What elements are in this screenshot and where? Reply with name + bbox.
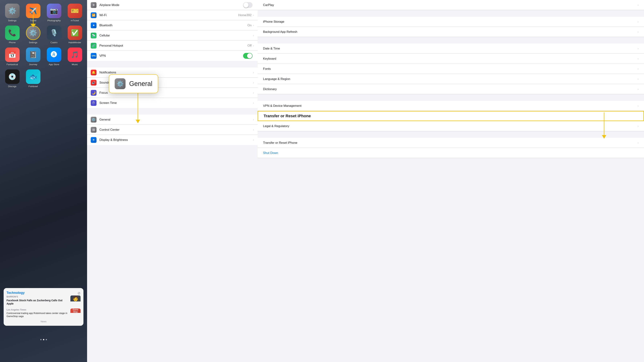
row-screentime-label: Screen Time [100, 101, 253, 105]
news-widget[interactable]: ⊘ Technology BARRON'S Facebook Stock Fal… [4, 288, 84, 326]
row-bluetooth-label: Bluetooth [100, 23, 248, 27]
svg-marker-1 [30, 24, 36, 27]
row-wifi[interactable]: 📶 Wi-Fi Home392 › [87, 10, 258, 20]
row-airplane[interactable]: ✈ Airplane Mode [87, 0, 258, 10]
general-popup: ⚙️ General [109, 74, 158, 93]
row-keyboard-label: Keyboard [263, 57, 638, 60]
row-dictionary[interactable]: Dictionary › [258, 84, 644, 94]
row-carplay[interactable]: CarPlay › [258, 0, 644, 10]
general-popup-label: General [129, 80, 152, 87]
page-dots [0, 339, 87, 340]
row-hotspot-label: Personal Hotspot [100, 44, 248, 47]
news-category: Technology [6, 291, 80, 295]
screentime-chevron: › [253, 101, 254, 105]
display-icon: ☀ [91, 137, 96, 143]
row-vpn-device-label: VPN & Device Management [263, 104, 638, 108]
row-airplane-label: Airplane Mode [100, 3, 243, 7]
airplane-toggle[interactable] [243, 2, 252, 8]
reset-section: Transfer or Reset iPhone › Shut Down [258, 138, 644, 158]
general-popup-icon: ⚙️ [115, 78, 126, 89]
settings-list: ✈ Airplane Mode 📶 Wi-Fi Home392 › ✦ Blue… [87, 0, 258, 362]
sounds-chevron: › [253, 81, 254, 84]
locale-section: Date & Time › Keyboard › Fonts › Languag… [258, 43, 644, 94]
row-background-refresh[interactable]: Background App Refresh › [258, 27, 644, 37]
row-iphone-storage[interactable]: iPhone Storage › [258, 17, 644, 27]
focus-chevron: › [253, 91, 254, 94]
right-panel: CarPlay › iPhone Storage › Background Ap… [258, 0, 644, 362]
news-footer: News [6, 320, 80, 323]
row-shutdown-label: Shut Down [263, 151, 638, 155]
news-item-1: BARRON'S Facebook Stock Falls as Zuckerb… [6, 296, 80, 307]
general-section: ⚙️ General › ⊞ Control Center › ☀ Displa… [87, 115, 258, 145]
airplane-icon: ✈ [91, 2, 96, 8]
language-region-chevron: › [638, 77, 638, 81]
row-general[interactable]: ⚙️ General › [87, 115, 258, 125]
app-appstore[interactable]: 🅐 App Store [45, 47, 62, 66]
row-control-label: Control Center [100, 128, 253, 132]
row-fonts[interactable]: Fonts › [258, 64, 644, 74]
dictionary-chevron: › [638, 87, 638, 91]
row-date-time[interactable]: Date & Time › [258, 43, 644, 54]
vpn-icon: VPN [91, 53, 96, 59]
app-journey[interactable]: 📓 Journey [24, 47, 42, 66]
fonts-chevron: › [638, 67, 638, 70]
wifi-value: Home392 [238, 13, 252, 17]
middle-panel: ✈ Airplane Mode 📶 Wi-Fi Home392 › ✦ Blue… [87, 0, 258, 362]
cellular-chevron: › [253, 34, 254, 37]
app-mticket[interactable]: 🎫 mTicket [66, 4, 84, 22]
notifications-chevron: › [253, 71, 254, 74]
row-keyboard[interactable]: Keyboard › [258, 54, 644, 64]
app-fantastical[interactable]: 📅 Fantastical [4, 47, 21, 66]
app-settings[interactable]: ⚙️ Settings [4, 4, 21, 22]
cellular-icon: 📡 [91, 33, 96, 38]
right-gap-2 [258, 37, 644, 43]
row-transfer-reset-label: Transfer or Reset iPhone [263, 141, 638, 145]
screentime-icon: ⏱ [91, 100, 96, 106]
row-vpn[interactable]: VPN VPN [87, 51, 258, 61]
right-gap-4 [258, 131, 644, 138]
date-time-chevron: › [638, 47, 638, 50]
dot-1 [40, 339, 42, 340]
hotspot-value: Off [248, 44, 252, 47]
hotspot-icon: 🔗 [91, 43, 96, 48]
display-chevron: › [253, 138, 254, 142]
app-habitminder[interactable]: ✅ HabitMinder [66, 25, 84, 44]
app-fishbowl[interactable]: 🐟 Fishbowl [24, 69, 42, 88]
carplay-chevron: › [638, 3, 638, 7]
row-language-region[interactable]: Language & Region › [258, 74, 644, 84]
row-general-label: General [100, 118, 253, 121]
row-hotspot[interactable]: 🔗 Personal Hotspot Off › [87, 41, 258, 51]
row-vpn-label: VPN [100, 54, 243, 58]
app-castro[interactable]: 🎙️ Castro [45, 25, 62, 44]
row-legal[interactable]: Legal & Regulatory › [258, 121, 644, 131]
row-date-time-label: Date & Time [263, 47, 638, 50]
app-music[interactable]: 🎵 Music [66, 47, 84, 66]
row-dictionary-label: Dictionary [263, 87, 638, 91]
app-discogs[interactable]: 💿 Discogs [4, 69, 21, 88]
sounds-icon: 🔊 [91, 80, 96, 85]
keyboard-chevron: › [638, 57, 638, 60]
row-transfer-reset-highlighted[interactable]: Transfer or Reset iPhone [258, 111, 644, 121]
background-refresh-chevron: › [638, 30, 638, 33]
app-settings-highlighted[interactable]: ⚙️ Settings [24, 25, 42, 44]
row-bluetooth[interactable]: ✦ Bluetooth On › [87, 20, 258, 30]
vpn-toggle[interactable] [243, 53, 252, 59]
right-gap-3 [258, 94, 644, 101]
notifications-icon: 🔔 [91, 70, 96, 75]
row-vpn-device[interactable]: VPN & Device Management › [258, 101, 644, 111]
row-display[interactable]: ☀ Display & Brightness › [87, 135, 258, 145]
focus-icon: 🌙 [91, 90, 96, 96]
row-control[interactable]: ⊞ Control Center › [87, 125, 258, 135]
row-language-region-label: Language & Region [263, 77, 638, 81]
row-cellular-label: Cellular [100, 34, 253, 37]
row-cellular[interactable]: 📡 Cellular › [87, 30, 258, 41]
app-photography[interactable]: 📷 Photography [45, 4, 62, 22]
row-shutdown[interactable]: Shut Down [258, 148, 644, 158]
row-notifications-label: Notifications [100, 71, 253, 74]
app-phone[interactable]: 📞 Phone [4, 25, 21, 44]
row-display-label: Display & Brightness [100, 138, 253, 142]
row-screentime[interactable]: ⏱ Screen Time › [87, 98, 258, 108]
row-transfer-reset[interactable]: Transfer or Reset iPhone › [258, 138, 644, 148]
row-legal-label: Legal & Regulatory [263, 124, 638, 128]
row-carplay-label: CarPlay [263, 3, 638, 7]
